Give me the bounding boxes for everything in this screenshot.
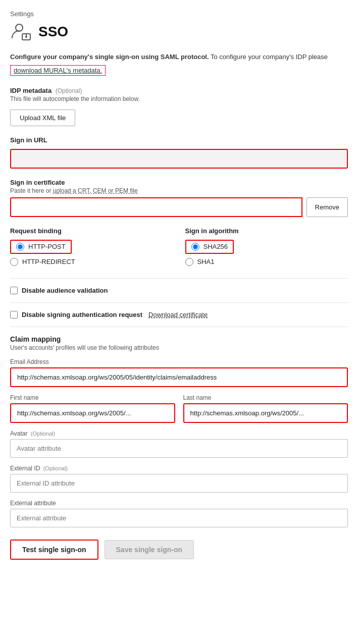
sign-in-algorithm-group: Sign in algorithm SHA256 SHA1: [185, 227, 348, 270]
upload-xml-button[interactable]: Upload XML file: [10, 110, 75, 126]
disable-signing-row: Disable signing authentication request D…: [10, 311, 348, 318]
external-id-field-group: External ID (Optional): [10, 465, 348, 493]
external-id-input[interactable]: [10, 474, 348, 493]
svg-point-0: [16, 24, 23, 31]
avatar-label: Avatar (Optional): [10, 430, 348, 437]
upload-cert-link[interactable]: upload a CRT, CEM or PEM file: [53, 187, 138, 194]
sign-in-algorithm-label: Sign in algorithm: [185, 227, 348, 235]
radio-sha256[interactable]: SHA256: [185, 240, 234, 254]
idp-metadata-section: IDP metadata (Optional) This file will a…: [10, 87, 348, 126]
name-fields-row: First name Last name: [10, 394, 348, 430]
idp-metadata-label: IDP metadata (Optional): [10, 87, 348, 94]
sign-in-cert-label: Sign in certificate: [10, 179, 348, 186]
divider-3: [10, 327, 348, 327]
disable-audience-checkbox[interactable]: [10, 287, 18, 294]
claim-mapping-section: Claim mapping User's accounts' profiles …: [10, 335, 348, 527]
download-cert-link[interactable]: Download certificate: [148, 311, 208, 318]
divider-1: [10, 278, 348, 279]
avatar-input[interactable]: [10, 439, 348, 458]
avatar-field-group: Avatar (Optional): [10, 430, 348, 458]
external-attribute-input[interactable]: [10, 509, 348, 527]
last-name-field-group: Last name: [183, 394, 348, 423]
divider-2: [10, 302, 348, 303]
sign-in-url-section: Sign in URL: [10, 136, 348, 169]
sign-in-url-label: Sign in URL: [10, 136, 348, 144]
disable-audience-label: Disable audience validation: [22, 287, 108, 294]
first-name-input[interactable]: [10, 403, 175, 423]
sign-in-url-input[interactable]: [10, 149, 348, 169]
disable-signing-label: Disable signing authentication request: [22, 311, 142, 318]
sign-in-cert-sublabel: Paste it here or upload a CRT, CEM or PE…: [10, 187, 348, 194]
external-attribute-label: External attribute: [10, 500, 348, 507]
external-id-label: External ID (Optional): [10, 465, 348, 472]
email-field-group: Email Address: [10, 358, 348, 387]
binding-algorithm-section: Request binding HTTP-POST HTTP-REDIRECT …: [10, 227, 348, 270]
claim-mapping-subtitle: User's accounts' profiles will use the f…: [10, 344, 348, 351]
radio-http-redirect[interactable]: HTTP-REDIRECT: [10, 258, 173, 266]
sign-in-cert-input[interactable]: [10, 197, 302, 217]
remove-cert-button[interactable]: Remove: [306, 197, 348, 217]
download-metadata-link[interactable]: download MURAL's metadata.: [10, 65, 106, 76]
last-name-label: Last name: [183, 394, 348, 401]
page-header: SSO: [10, 21, 348, 43]
sso-icon: [10, 21, 32, 43]
idp-metadata-sublabel: This file will autocomplete the informat…: [10, 95, 348, 102]
radio-http-post[interactable]: HTTP-POST: [10, 240, 72, 254]
page-title: SSO: [38, 24, 68, 40]
email-label: Email Address: [10, 358, 348, 365]
disable-audience-row: Disable audience validation: [10, 287, 348, 294]
test-sso-button[interactable]: Test single sign-on: [10, 540, 98, 560]
external-attribute-field-group: External attribute: [10, 500, 348, 527]
request-binding-label: Request binding: [10, 227, 173, 235]
first-name-field-group: First name: [10, 394, 175, 423]
last-name-input[interactable]: [183, 403, 348, 423]
disable-signing-checkbox[interactable]: [10, 311, 18, 318]
footer-buttons: Test single sign-on Save single sign-on: [10, 540, 348, 560]
save-sso-button[interactable]: Save single sign-on: [105, 540, 194, 559]
email-input[interactable]: [10, 367, 348, 387]
first-name-label: First name: [10, 394, 175, 401]
claim-mapping-title: Claim mapping: [10, 335, 348, 343]
request-binding-group: Request binding HTTP-POST HTTP-REDIRECT: [10, 227, 173, 270]
breadcrumb: Settings: [10, 10, 348, 18]
radio-sha1[interactable]: SHA1: [185, 258, 348, 266]
sign-in-cert-section: Sign in certificate Paste it here or upl…: [10, 179, 348, 217]
page-description: Configure your company's single sign-on …: [10, 52, 348, 62]
